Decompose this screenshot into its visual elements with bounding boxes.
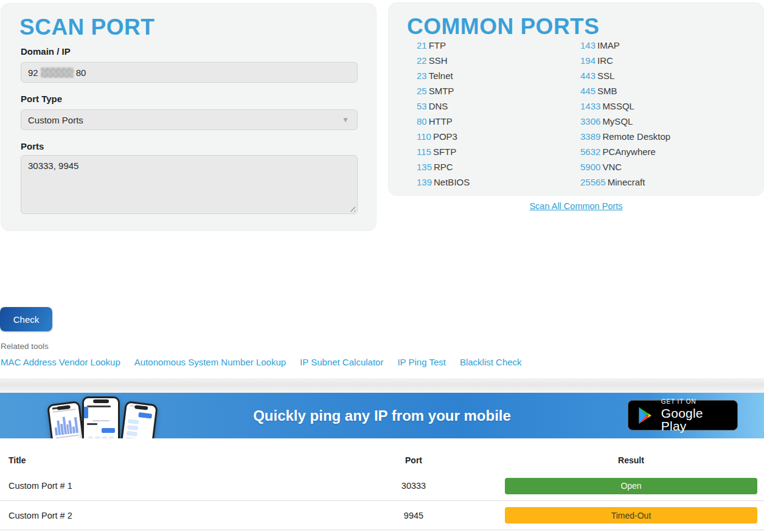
port-name: PCAnywhere	[602, 147, 656, 157]
ports-textarea[interactable]: 30333, 9945	[21, 155, 358, 214]
related-tools-label: Related tools	[1, 342, 49, 351]
port-name: SFTP	[433, 147, 456, 157]
badge-get-it-on: GET IT ON	[661, 399, 729, 405]
port-number: 80	[417, 116, 427, 126]
domain-ip-input[interactable]: 92 80	[21, 62, 358, 83]
port-name: MSSQL	[602, 101, 634, 111]
port-number: 135	[417, 162, 432, 172]
common-ports-panel: COMMON PORTS 21FTP 22SSH 23Telnet 25SMTP…	[388, 2, 764, 196]
port-name: VNC	[602, 162, 622, 172]
port-name: NetBIOS	[434, 177, 470, 187]
port-name: IMAP	[597, 40, 620, 50]
decor-button	[102, 428, 115, 433]
decor-icon-grid	[88, 437, 114, 438]
port-number: 23	[417, 71, 427, 81]
port-name: Remote Desktop	[602, 131, 670, 142]
common-port-item: 53DNS	[417, 101, 470, 116]
google-play-icon	[636, 406, 655, 426]
port-name: SSL	[597, 71, 614, 81]
common-port-item: 110POP3	[417, 131, 470, 147]
divider-strip	[0, 378, 764, 393]
check-button[interactable]: Check	[0, 307, 52, 331]
related-tool-link[interactable]: IP Subnet Calculator	[300, 357, 383, 367]
decor-shape	[56, 435, 79, 438]
results-header-row: Title Port Result	[0, 449, 764, 471]
scan-port-title: SCAN PORT	[19, 15, 155, 40]
scan-port-panel: SCAN PORT Domain / IP 92 80 Port Type Cu…	[1, 3, 377, 231]
port-number: 110	[417, 131, 431, 142]
resize-handle-icon[interactable]	[348, 204, 355, 212]
common-port-item: 194IRC	[580, 55, 670, 71]
common-port-item: 139NetBIOS	[417, 177, 470, 192]
ports-label: Ports	[21, 141, 44, 151]
common-port-item: 5632PCAnywhere	[580, 147, 670, 162]
domain-ip-label: Domain / IP	[21, 46, 71, 57]
result-port-cell: 9945	[341, 511, 487, 520]
port-name: DNS	[429, 101, 448, 111]
port-name: MySQL	[602, 116, 633, 126]
related-tool-link[interactable]: Blacklist Check	[460, 357, 522, 367]
port-name: SMB	[597, 86, 617, 96]
google-play-badge[interactable]: GET IT ON Google Play	[628, 400, 738, 430]
port-name: Telnet	[429, 71, 453, 81]
common-port-item: 5900VNC	[580, 162, 670, 177]
port-name: HTTP	[429, 116, 453, 126]
port-type-label: Port Type	[21, 94, 62, 104]
port-number: 445	[580, 86, 596, 96]
common-ports-title: COMMON PORTS	[407, 14, 599, 40]
result-title-cell: Custom Port # 2	[0, 511, 341, 520]
common-port-item: 143IMAP	[580, 40, 670, 55]
common-port-item: 135RPC	[417, 162, 470, 177]
port-type-select[interactable]: Custom Ports ▼	[21, 109, 358, 130]
port-number: 25	[417, 86, 427, 96]
related-tool-link[interactable]: Autonomous System Number Lookup	[134, 357, 286, 367]
decor-shape	[92, 420, 109, 421]
port-number: 139	[417, 177, 432, 187]
port-name: IRC	[597, 55, 613, 66]
result-cell: Timed-Out	[487, 507, 764, 523]
port-number: 194	[580, 55, 596, 66]
common-port-item: 22SSH	[417, 55, 470, 71]
page: SCAN PORT Domain / IP 92 80 Port Type Cu…	[0, 0, 764, 532]
common-ports-left-column: 21FTP 22SSH 23Telnet 25SMTP 53DNS 80HTTP…	[417, 40, 470, 192]
results-table: Title Port Result Custom Port # 1 30333 …	[0, 449, 764, 530]
google-play-text: GET IT ON Google Play	[661, 399, 729, 432]
port-number: 115	[417, 147, 431, 157]
common-port-item: 445SMB	[580, 86, 670, 101]
port-number: 5900	[580, 162, 600, 172]
port-name: POP3	[433, 131, 457, 142]
common-ports-right-column: 143IMAP 194IRC 443SSL 445SMB 1433MSSQL 3…	[580, 40, 670, 192]
results-rows: Custom Port # 1 30333 Open Custom Port #…	[0, 471, 764, 530]
port-number: 53	[417, 101, 427, 111]
port-name: Minecraft	[608, 177, 645, 187]
decor-shape	[87, 406, 111, 407]
domain-ip-prefix: 92	[28, 67, 38, 78]
domain-ip-suffix: 80	[76, 67, 86, 78]
port-number: 1433	[580, 101, 600, 111]
table-row: Custom Port # 2 9945 Timed-Out	[0, 500, 764, 530]
port-number: 22	[417, 55, 427, 66]
common-port-item: 23Telnet	[417, 71, 470, 86]
column-header-title: Title	[0, 455, 341, 465]
port-number: 3306	[580, 116, 600, 126]
common-port-item: 3306MySQL	[580, 116, 670, 131]
port-type-value: Custom Ports	[28, 115, 83, 125]
port-name: FTP	[429, 40, 446, 50]
decor-shape	[87, 423, 97, 425]
scan-all-common-ports-link[interactable]: Scan All Common Ports	[388, 201, 764, 211]
related-tool-link[interactable]: MAC Address Vendor Lookup	[1, 357, 120, 367]
port-number: 3389	[580, 131, 600, 142]
port-number: 443	[580, 71, 596, 81]
redacted-ip-segment	[41, 67, 74, 78]
column-header-result: Result	[487, 455, 764, 465]
decor-input	[87, 407, 88, 418]
status-badge: Open	[505, 478, 757, 494]
badge-google-play: Google Play	[661, 407, 729, 432]
related-tools-nav: MAC Address Vendor Lookup Autonomous Sys…	[1, 357, 522, 367]
related-tool-link[interactable]: IP Ping Test	[397, 357, 446, 367]
common-port-item: 25SMTP	[417, 86, 470, 101]
common-port-item: 3389Remote Desktop	[580, 131, 670, 147]
result-cell: Open	[487, 478, 764, 494]
result-port-cell: 30333	[341, 481, 487, 491]
port-name: SSH	[429, 55, 448, 66]
